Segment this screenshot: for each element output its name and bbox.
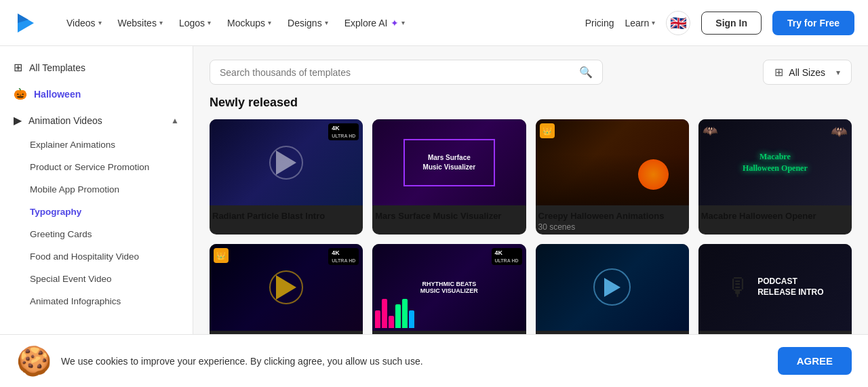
thumb-text: MacabreHalloween Opener (743, 151, 808, 174)
thumb-text: Mars SurfaceMusic Visualizer (420, 150, 479, 175)
nav-websites[interactable]: Websites ▾ (111, 14, 170, 33)
header: Videos ▾ Websites ▾ Logos ▾ Mockups ▾ De… (0, 0, 868, 46)
template-thumbnail: 👑 (536, 119, 689, 205)
card-title: Creepy Halloween Animations (538, 211, 686, 221)
learn-button[interactable]: Learn ▾ (625, 18, 655, 28)
microphone-icon: 🎙 (726, 273, 751, 302)
nav-designs[interactable]: Designs ▾ (281, 14, 335, 33)
nav-logos[interactable]: Logos ▾ (172, 14, 218, 33)
template-thumbnail: 4KULTRA HD (210, 119, 363, 205)
template-thumbnail: 4KULTRA HD RHYTHMIC BEATSMUSIC VISUALIZE… (372, 244, 526, 330)
chevron-down-icon: ▾ (836, 68, 840, 77)
sidebar-item-special-event[interactable]: Special Event Video (0, 268, 193, 290)
sidebar-item-halloween[interactable]: 🎃 Halloween (0, 81, 193, 107)
chevron-down-icon: ▾ (268, 19, 271, 26)
play-button (269, 146, 303, 180)
video-icon: ▶ (14, 114, 22, 127)
templates-grid-row1: 4KULTRA HD Radiant Particle Blast Intro … (210, 119, 852, 235)
template-card[interactable]: 4KULTRA HD Radiant Particle Blast Intro (210, 119, 363, 235)
size-filter[interactable]: ⊞ All Sizes ▾ (763, 60, 852, 85)
main-nav: Videos ▾ Websites ▾ Logos ▾ Mockups ▾ De… (60, 14, 412, 33)
badge-4k: 4KULTRA HD (328, 123, 359, 140)
pumpkin-icon: 🎃 (14, 87, 27, 100)
agree-button[interactable]: AGREE (778, 347, 852, 375)
signin-button[interactable]: Sign In (701, 12, 762, 35)
badge-crown: 👑 (214, 248, 229, 263)
filter-icon: ⊞ (774, 66, 783, 79)
badge-4k: 4KULTRA HD (328, 248, 359, 265)
chevron-down-icon: ▾ (98, 19, 102, 26)
header-right: Pricing Learn ▾ 🇬🇧 Sign In Try for Free (585, 11, 854, 35)
search-icon: 🔍 (579, 66, 593, 79)
sidebar-item-explainer-animations[interactable]: Explainer Animations (0, 134, 193, 156)
logo[interactable] (14, 11, 38, 35)
cookie-text: We use cookies to improve your experienc… (61, 356, 423, 367)
chevron-down-icon: ▾ (325, 19, 328, 26)
sidebar-item-greeting-cards[interactable]: Greeting Cards (0, 223, 193, 245)
play-button (593, 268, 631, 306)
chevron-down-icon: ▾ (652, 19, 655, 26)
template-thumbnail: MacabreHalloween Opener 🦇 🦇 (698, 119, 852, 205)
card-subtitle: 30 scenes (538, 222, 686, 232)
badge-4k: 4KULTRA HD (492, 248, 522, 265)
template-card[interactable]: Mars SurfaceMusic Visualizer Mars Surfac… (372, 119, 526, 235)
nav-videos[interactable]: Videos ▾ (60, 14, 108, 33)
chevron-down-icon: ▾ (208, 19, 211, 26)
thumb-text: PODCASTRELEASE INTRO (757, 277, 823, 298)
template-card[interactable]: MacabreHalloween Opener 🦇 🦇 Macabre Hall… (698, 119, 852, 235)
sidebar-item-animated-infographics[interactable]: Animated Infographics (0, 290, 193, 312)
card-title: Macabre Halloween Opener (701, 211, 849, 221)
badge-crown: 👑 (540, 123, 555, 138)
template-card[interactable]: 👑 Creepy Halloween Animations 30 scenes (536, 119, 689, 235)
search-bar[interactable]: 🔍 (210, 60, 603, 85)
sidebar-item-food-hospitality[interactable]: Food and Hospitality Video (0, 245, 193, 268)
template-thumbnail: 👑 4KULTRA HD (210, 244, 363, 330)
template-thumbnail: 🎙 PODCASTRELEASE INTRO (698, 244, 852, 330)
sidebar-item-animation-videos[interactable]: ▶ Animation Videos ▲ (0, 107, 193, 134)
section-title: Newly released (210, 96, 852, 110)
chevron-down-icon: ▾ (401, 19, 405, 26)
try-free-button[interactable]: Try for Free (772, 11, 854, 35)
card-title: Mars Surface Music Visualizer (375, 211, 523, 221)
sidebar-item-mobile-app[interactable]: Mobile App Promotion (0, 178, 193, 201)
main-toolbar: 🔍 ⊞ All Sizes ▾ (210, 60, 852, 85)
sidebar-item-product-service[interactable]: Product or Service Promotion (0, 156, 193, 178)
card-title: Radiant Particle Blast Intro (212, 211, 360, 221)
sidebar-item-all-templates[interactable]: ⊞ All Templates (0, 54, 193, 81)
nav-mockups[interactable]: Mockups ▾ (220, 14, 278, 33)
play-icon (604, 278, 620, 297)
nav-explore-ai[interactable]: Explore AI ✦ ▾ (338, 14, 412, 33)
play-button (269, 270, 303, 304)
cookie-left: 🍪 We use cookies to improve your experie… (16, 344, 423, 378)
search-input[interactable] (220, 67, 572, 78)
sidebar-item-typography[interactable]: Typography (0, 201, 193, 223)
cookie-icon: 🍪 (16, 344, 52, 378)
thumb-text: RHYTHMIC BEATSMUSIC VISUALIZER (420, 281, 478, 294)
play-icon (276, 150, 296, 175)
play-icon (276, 275, 296, 300)
language-selector[interactable]: 🇬🇧 (666, 11, 690, 35)
chevron-down-icon: ▾ (159, 19, 163, 26)
pricing-link[interactable]: Pricing (585, 18, 614, 28)
template-thumbnail (536, 244, 689, 330)
chevron-up-icon: ▲ (171, 116, 179, 125)
grid-icon: ⊞ (14, 61, 22, 74)
ai-star-icon: ✦ (391, 18, 399, 28)
template-thumbnail: Mars SurfaceMusic Visualizer (372, 119, 526, 205)
cookie-banner: 🍪 We use cookies to improve your experie… (0, 334, 868, 387)
